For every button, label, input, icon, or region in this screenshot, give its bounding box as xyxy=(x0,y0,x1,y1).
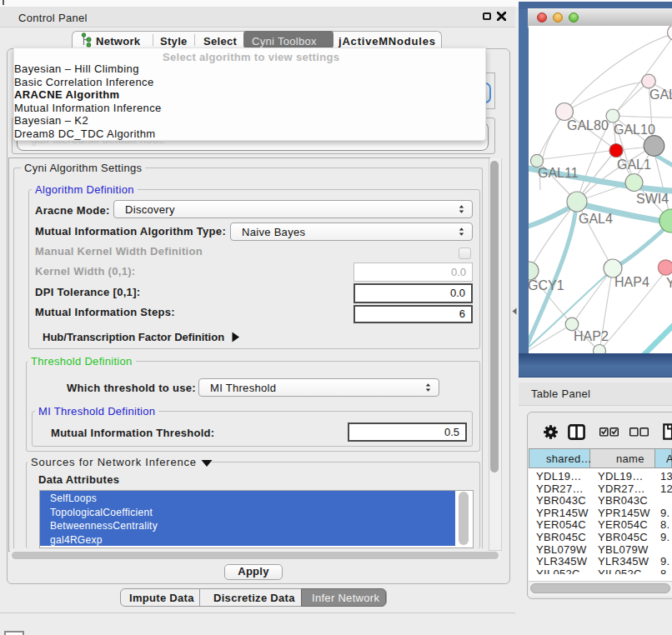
svg-text:GAL4: GAL4 xyxy=(579,212,613,226)
svg-text:GCY1: GCY1 xyxy=(529,278,564,292)
svg-text:Y: Y xyxy=(666,276,672,290)
svg-text:SWI4: SWI4 xyxy=(636,192,669,206)
svg-text:GAL: GAL xyxy=(649,88,672,102)
svg-text:HAP4: HAP4 xyxy=(614,275,649,289)
svg-text:GAL1: GAL1 xyxy=(617,158,651,172)
svg-text:GAL10: GAL10 xyxy=(614,122,655,137)
svg-text:GAL11: GAL11 xyxy=(538,166,579,180)
svg-text:HAP2: HAP2 xyxy=(574,329,609,343)
svg-text:GAL80: GAL80 xyxy=(567,118,609,132)
